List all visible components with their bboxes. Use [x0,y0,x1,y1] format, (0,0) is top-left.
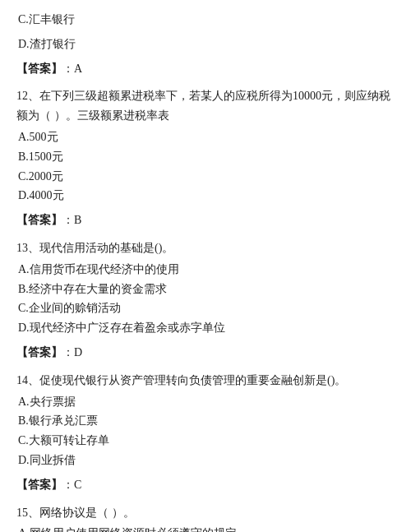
answer-12: 【答案】：B [16,210,395,230]
answer-value: C [74,479,81,491]
answer-13: 【答案】：D [16,343,395,363]
answer-prefix: 【答案】 [16,346,62,359]
q12-option-c: C.2000元 [16,167,395,187]
answer-prefix: 【答案】 [16,62,62,75]
answer-colon: ： [62,479,74,491]
q15-option-a: A.网络用户使用网络资源时必须遵守的规定 [16,524,395,532]
q14-option-d: D.同业拆借 [16,451,395,470]
question-12: 12、在下列三级超额累进税率下，若某人的应税所得为10000元，则应纳税额为（ … [16,86,395,206]
answer-value: A [74,62,82,75]
q12-option-a: A.500元 [16,127,395,147]
option-text: D.渣打银行 [16,35,395,54]
q13-option-c: C.企业间的赊销活动 [16,298,395,318]
content-container: C.汇丰银行 D.渣打银行 【答案】：A 12、在下列三级超额累进税率下，若某人… [16,10,395,532]
option-d-bank: D.渣打银行 [16,35,395,54]
answer-prefix: 【答案】 [16,479,62,491]
answer-colon: ： [62,214,74,226]
question-text: 15、网络协议是（ ）。 [16,503,395,523]
q14-option-a: A.央行票据 [16,392,395,412]
q13-option-d: D.现代经济中广泛存在着盈余或赤字单位 [16,318,395,338]
option-c-bank: C.汇丰银行 [16,10,395,30]
answer-colon: ： [62,346,74,359]
question-13: 13、现代信用活动的基础是()。 A.信用货币在现代经济中的使用 B.经济中存在… [16,238,395,338]
question-text: 12、在下列三级超额累进税率下，若某人的应税所得为10000元，则应纳税额为（ … [16,86,395,126]
answer-value: B [74,214,81,226]
question-text: 13、现代信用活动的基础是()。 [16,238,395,258]
question-15: 15、网络协议是（ ）。 A.网络用户使用网络资源时必须遵守的规定 B.网络计算… [16,503,395,532]
question-text: 14、促使现代银行从资产管理转向负债管理的重要金融创新是()。 [16,371,395,391]
q12-option-b: B.1500元 [16,147,395,167]
option-text: C.汇丰银行 [16,10,395,30]
answer-14: 【答案】：C [16,475,395,495]
q13-option-a: A.信用货币在现代经济中的使用 [16,260,395,280]
q14-option-b: B.银行承兑汇票 [16,411,395,431]
q14-option-c: C.大额可转让存单 [16,431,395,451]
answer-colon: ： [62,62,74,75]
answer-prefix: 【答案】 [16,214,62,226]
q12-option-d: D.4000元 [16,186,395,206]
q13-option-b: B.经济中存在大量的资金需求 [16,280,395,299]
answer-prev: 【答案】：A [16,59,395,79]
question-14: 14、促使现代银行从资产管理转向负债管理的重要金融创新是()。 A.央行票据 B… [16,371,395,470]
answer-value: D [74,346,82,359]
